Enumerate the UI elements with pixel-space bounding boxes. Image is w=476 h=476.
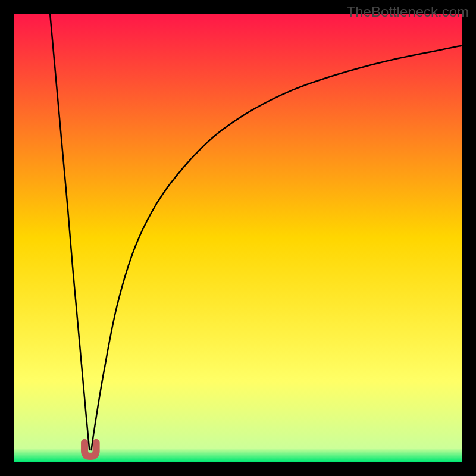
attribution-label: TheBottleneck.com bbox=[347, 4, 469, 20]
plot-background bbox=[14, 14, 462, 462]
bottleneck-chart bbox=[14, 14, 462, 462]
